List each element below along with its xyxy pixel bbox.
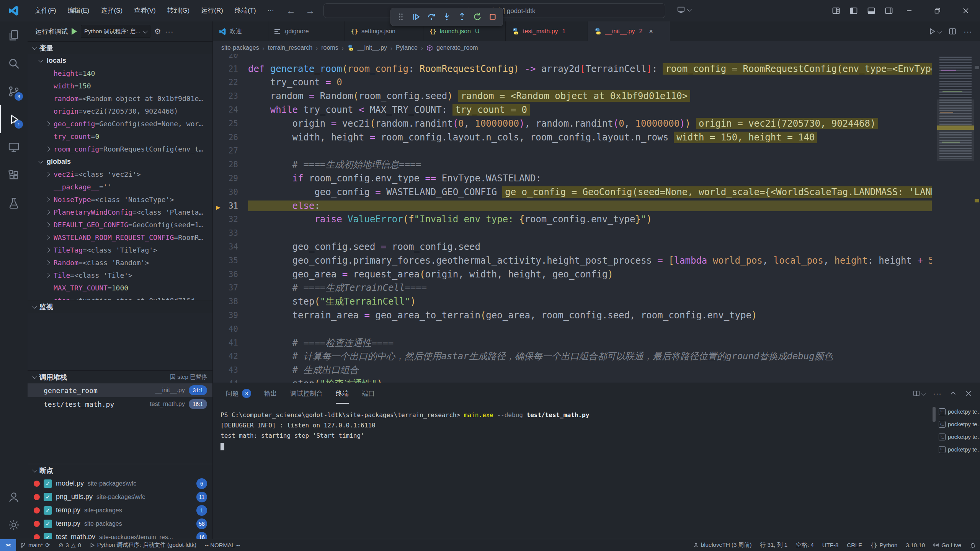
menu-file[interactable]: 文件(F) (29, 0, 62, 21)
variable-row[interactable]: DEFAULT_GEO_CONFIG = GeoConfig(seed=1… (28, 218, 212, 231)
breakpoint-checkbox[interactable]: ✓ (44, 506, 52, 515)
blame-annotation[interactable]: blueloveTH (3 周前) (689, 539, 756, 551)
activity-source-control[interactable]: 3 (0, 77, 28, 105)
debug-restart-button[interactable] (470, 10, 484, 24)
tab-.gdignore[interactable]: .gdignore (268, 21, 345, 41)
menu-go[interactable]: 转到(G) (162, 0, 196, 21)
variable-row[interactable]: height = 140 (28, 67, 212, 80)
customize-layout-icon[interactable] (831, 6, 841, 15)
activity-settings[interactable] (0, 511, 28, 539)
panel-tab-ports[interactable]: 端口 (362, 383, 375, 404)
toggle-secondary-sidebar-icon[interactable] (884, 6, 893, 15)
breadcrumb-item[interactable]: Pylance (396, 44, 418, 51)
breakpoint-checkbox[interactable]: ✓ (44, 493, 52, 501)
variable-row[interactable]: PlanetaryWindConfig = <class 'Planeta… (28, 206, 212, 218)
maximize-panel-icon[interactable] (949, 390, 957, 397)
run-python-file-button[interactable] (928, 27, 941, 36)
terminal-list-item[interactable]: ›_pocketpy te… (937, 430, 980, 443)
menu-view[interactable]: 查看(V) (128, 0, 162, 21)
variable-row[interactable]: __package__ = '' (28, 181, 212, 193)
activity-extensions[interactable] (0, 161, 28, 189)
eol-sequence[interactable]: CRLF (843, 539, 866, 551)
git-branch-status[interactable]: main* ⟳ (16, 539, 54, 551)
variable-row[interactable]: stop = <function stop at 0x1bf8d716d (28, 294, 212, 300)
encoding[interactable]: UTF-8 (818, 539, 843, 551)
panel-tab-debug-console[interactable]: 调试控制台 (290, 383, 323, 404)
breadcrumb-item[interactable]: site-packages (221, 44, 259, 51)
activity-testing[interactable] (0, 189, 28, 217)
problems-status[interactable]: ⊘ 3 △ 0 (54, 539, 85, 551)
configure-gear-icon[interactable]: ⚙ (154, 27, 161, 36)
minimap-slider[interactable] (937, 99, 974, 161)
breakpoint-row[interactable]: ✓png_utils.pysite-packages\wfc11 (28, 490, 212, 504)
debug-continue-button[interactable] (409, 10, 423, 24)
nav-forward-icon[interactable]: → (305, 5, 315, 16)
variable-row[interactable]: origin = vec2i(7205730, 9024468) (28, 105, 212, 117)
python-version[interactable]: 3.10.10 (902, 539, 929, 551)
debug-stop-button[interactable] (486, 10, 500, 24)
code-editor[interactable]: 2021def generate_room(room_config: RoomR… (213, 54, 980, 383)
breadcrumb-item[interactable]: generate_room (436, 44, 478, 51)
variable-row[interactable]: geo_config = GeoConfig(seed=None, wor… (28, 117, 212, 130)
menu-edit[interactable]: 编辑(E) (62, 0, 95, 21)
variable-row[interactable]: width = 150 (28, 80, 212, 92)
breadcrumb-item[interactable]: terrain_research (268, 44, 313, 51)
callstack-section-header[interactable]: 调用堆栈 因 step 已暂停 (28, 370, 212, 383)
minimize-button[interactable] (895, 0, 923, 21)
breadcrumb-item[interactable]: rooms (321, 44, 338, 51)
debug-step-out-button[interactable] (455, 10, 469, 24)
breakpoints-section-header[interactable]: 断点 (28, 464, 212, 477)
terminal-list-item[interactable]: ›_pocketpy te… (937, 405, 980, 418)
variables-section-header[interactable]: 变量 (28, 41, 212, 54)
nav-back-icon[interactable]: ← (286, 5, 296, 16)
panel-tab-output[interactable]: 输出 (264, 383, 277, 404)
variable-row[interactable]: NoiseType = <class 'NoiseType'> (28, 193, 212, 206)
editor-more-actions-icon[interactable]: ··· (964, 27, 972, 36)
menu-more[interactable]: ··· (262, 0, 280, 21)
cursor-position[interactable]: 行 31, 列 1 (756, 539, 792, 551)
vim-mode-indicator[interactable]: -- NORMAL -- (201, 539, 244, 551)
close-tab-icon[interactable]: × (649, 28, 653, 36)
notifications-bell[interactable] (965, 539, 980, 551)
debug-step-into-button[interactable] (440, 10, 454, 24)
tab-test_math.py[interactable]: test_math.py1 (506, 21, 588, 41)
close-panel-icon[interactable] (965, 390, 972, 397)
views-more-actions-icon[interactable]: ··· (165, 27, 174, 36)
toggle-panel-icon[interactable] (867, 6, 876, 15)
start-debugging-button[interactable] (72, 28, 77, 35)
terminal-scrollbar[interactable] (933, 407, 936, 422)
variable-row[interactable]: try_count = 0 (28, 130, 212, 143)
activity-remote-explorer[interactable] (0, 133, 28, 161)
breakpoint-row[interactable]: ✓model.pysite-packages\wfc6 (28, 477, 212, 490)
variable-row[interactable]: room_config = RoomRequestConfig(env_t… (28, 143, 212, 155)
terminal-list-item[interactable]: ›_pocketpy te… (937, 418, 980, 430)
variable-row[interactable]: Random = <class 'Random'> (28, 256, 212, 269)
indentation[interactable]: 空格: 4 (792, 539, 818, 551)
tab-欢迎[interactable]: 欢迎 (213, 21, 268, 41)
split-editor-icon[interactable] (948, 27, 957, 36)
variable-row[interactable]: random = <Random object at 0x1bf9d01e… (28, 92, 212, 105)
activity-run-and-debug[interactable]: 1 (0, 105, 28, 133)
toggle-sidebar-icon[interactable] (849, 6, 858, 15)
breakpoint-row[interactable]: ✓temp.pysite-packages1 (28, 504, 212, 517)
menu-selection[interactable]: 选择(S) (95, 0, 128, 21)
panel-tab-terminal[interactable]: 终端 (336, 383, 349, 404)
variable-row[interactable]: MAX_TRY_COUNT = 1000 (28, 282, 212, 294)
debug-launch-status[interactable]: Python 调试程序: 启动文件 (godot-ldtk) (85, 539, 201, 551)
breakpoint-checkbox[interactable]: ✓ (44, 533, 52, 539)
terminal-list-item[interactable]: ›_pocketpy te… (937, 443, 980, 456)
activity-account[interactable] (0, 483, 28, 511)
breadcrumb-item[interactable]: __init__.py (358, 44, 387, 51)
breakpoint-checkbox[interactable]: ✓ (44, 479, 52, 488)
tab-__init__.py[interactable]: __init__.py2× (588, 21, 670, 41)
restore-button[interactable] (923, 0, 952, 21)
debug-config-dropdown[interactable]: Python 调试程序: 启... (81, 25, 150, 38)
minimap[interactable] (937, 54, 974, 383)
panel-tab-problems[interactable]: 问题 3 (226, 383, 251, 404)
variables-group-globals[interactable]: globals (28, 155, 212, 168)
drag-handle-icon[interactable] (394, 10, 408, 24)
watch-section-header[interactable]: 监视 (28, 300, 212, 313)
variable-row[interactable]: WASTELAND_ROOM_REQUEST_CONFIG = RoomR… (28, 231, 212, 244)
remote-indicator[interactable]: >< (0, 539, 16, 551)
activity-search[interactable] (0, 49, 28, 77)
